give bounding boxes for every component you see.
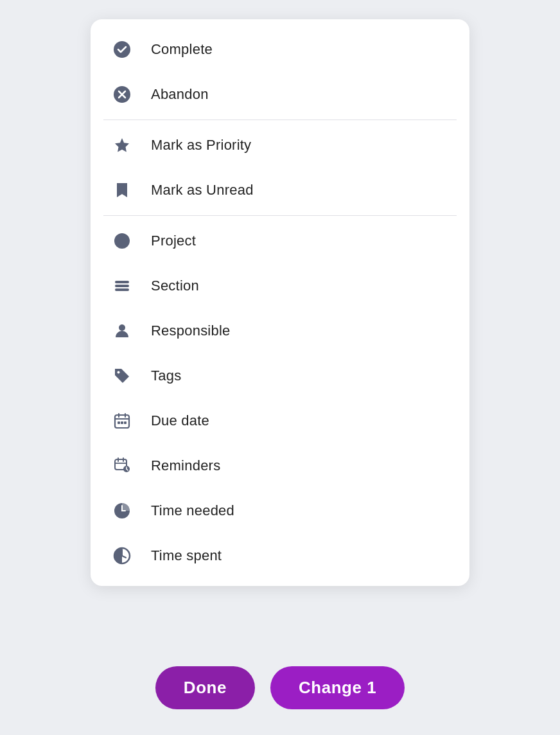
menu-item-mark-unread[interactable]: Mark as Unread — [91, 168, 469, 213]
svg-point-5 — [114, 233, 130, 249]
menu-item-responsible[interactable]: Responsible — [91, 308, 469, 353]
time-needed-label: Time needed — [151, 502, 234, 519]
svg-rect-6 — [115, 281, 129, 283]
due-date-label: Due date — [151, 412, 209, 429]
abandon-label: Abandon — [151, 86, 209, 103]
time-spent-label: Time spent — [151, 547, 222, 564]
circle-fill-icon — [111, 230, 133, 252]
svg-rect-17 — [124, 421, 127, 424]
menu-item-project[interactable]: Project — [91, 218, 469, 263]
menu-item-time-spent[interactable]: Time spent — [91, 533, 469, 578]
svg-point-0 — [114, 41, 130, 58]
menu-item-mark-priority[interactable]: Mark as Priority — [91, 123, 469, 168]
done-button[interactable]: Done — [155, 666, 255, 709]
svg-rect-15 — [118, 421, 120, 424]
divider-2 — [103, 215, 457, 216]
check-circle-icon — [111, 39, 133, 60]
calendar-icon — [111, 410, 133, 432]
complete-label: Complete — [151, 41, 213, 58]
menu-item-complete[interactable]: Complete — [91, 27, 469, 72]
menu-item-time-needed[interactable]: Time needed — [91, 488, 469, 533]
time-needed-icon — [111, 500, 133, 522]
context-menu: Complete Abandon Mark as Priority Mark a… — [91, 19, 469, 586]
reminder-icon — [111, 455, 133, 477]
svg-rect-8 — [115, 288, 129, 291]
person-icon — [111, 320, 133, 342]
star-icon — [111, 134, 133, 156]
change-button[interactable]: Change 1 — [270, 666, 405, 709]
tags-label: Tags — [151, 368, 181, 384]
svg-marker-4 — [115, 138, 129, 152]
bottom-buttons: Done Change 1 — [0, 666, 560, 709]
responsible-label: Responsible — [151, 323, 231, 339]
mark-priority-label: Mark as Priority — [151, 137, 251, 154]
menu-item-due-date[interactable]: Due date — [91, 398, 469, 443]
svg-point-10 — [118, 371, 120, 374]
menu-item-abandon[interactable]: Abandon — [91, 72, 469, 117]
svg-rect-16 — [121, 421, 123, 424]
svg-rect-7 — [115, 285, 129, 287]
section-label: Section — [151, 278, 199, 294]
menu-item-section[interactable]: Section — [91, 263, 469, 308]
time-spent-icon — [111, 545, 133, 567]
svg-point-9 — [119, 324, 125, 331]
menu-item-tags[interactable]: Tags — [91, 353, 469, 398]
divider-1 — [103, 120, 457, 120]
project-label: Project — [151, 233, 196, 249]
bookmark-icon — [111, 179, 133, 201]
menu-item-reminders[interactable]: Reminders — [91, 443, 469, 488]
reminders-label: Reminders — [151, 457, 220, 474]
x-circle-icon — [111, 84, 133, 105]
tag-icon — [111, 365, 133, 387]
mark-unread-label: Mark as Unread — [151, 182, 254, 199]
lines-icon — [111, 275, 133, 297]
